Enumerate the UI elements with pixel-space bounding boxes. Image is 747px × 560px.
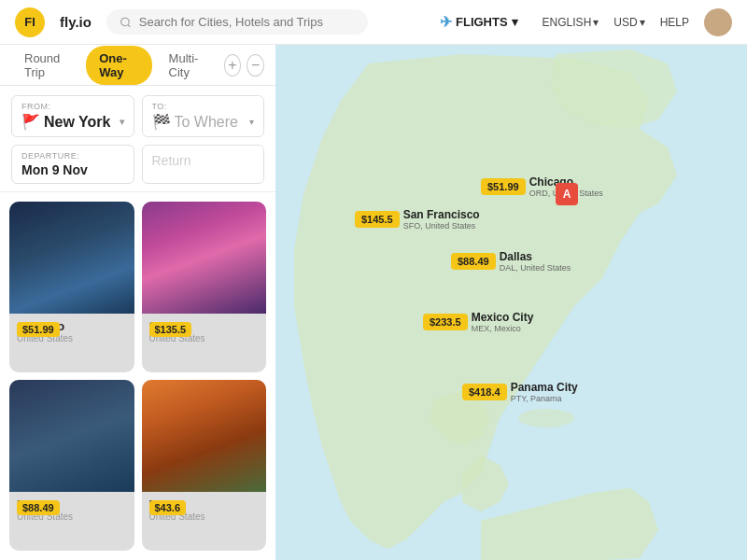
from-to-row: FROM: 🚩 New York ▾ TO: 🏁 To Where ▾ bbox=[11, 95, 264, 137]
map-pin-mexico-city[interactable]: $233.5 Mexico City MEX, Mexico bbox=[423, 311, 533, 333]
to-flag: 🏁 bbox=[152, 113, 171, 131]
map-svg bbox=[275, 45, 747, 560]
from-arrow: ▾ bbox=[120, 117, 124, 127]
avatar[interactable] bbox=[704, 8, 732, 36]
from-field[interactable]: FROM: 🚩 New York ▾ bbox=[11, 95, 134, 137]
city-image-miami bbox=[142, 380, 267, 492]
help-link[interactable]: HELP bbox=[660, 16, 689, 29]
trip-type-tabs: Round Trip One-Way Multi-City + − bbox=[0, 45, 275, 86]
city-price-chicago: $51.99 bbox=[17, 322, 60, 337]
pin-price-san-francisco: $145.5 bbox=[355, 211, 400, 228]
pin-price-chicago: $51.99 bbox=[481, 178, 526, 195]
pin-price-mexico-city: $233.5 bbox=[423, 314, 468, 330]
currency-selector[interactable]: USD▾ bbox=[613, 16, 644, 29]
map-pin-chicago[interactable]: $51.99 Chicago ORD, United States bbox=[481, 175, 603, 198]
search-bar[interactable] bbox=[106, 9, 368, 35]
pin-detail-panama-city: PTY, Panama bbox=[511, 394, 578, 403]
pin-info-dallas: Dallas DAL, United States bbox=[500, 250, 571, 273]
to-value: 🏁 To Where ▾ bbox=[152, 113, 255, 131]
pin-detail-san-francisco: SFO, United States bbox=[403, 221, 480, 231]
plane-icon: ✈ bbox=[440, 13, 452, 31]
city-card-dallas[interactable]: $88.49 Dallas United States bbox=[9, 380, 134, 551]
map-pin-san-francisco[interactable]: $145.5 San Francisco SFO, United States bbox=[355, 208, 480, 231]
city-price-seattle: $135.5 bbox=[149, 322, 192, 337]
header: FI fly.io ✈ FLIGHTS ▾ ENGLISH▾ USD▾ HELP bbox=[0, 0, 747, 45]
origin-marker: A bbox=[556, 183, 578, 205]
flights-chevron: ▾ bbox=[512, 15, 518, 29]
pin-city-dallas: Dallas bbox=[500, 250, 571, 263]
from-city: New York bbox=[44, 114, 110, 131]
map-pin-panama-city[interactable]: $418.4 Panama City PTY, Panama bbox=[462, 381, 578, 403]
tab-one-way[interactable]: One-Way bbox=[86, 46, 151, 85]
logo-text: fly.io bbox=[60, 14, 92, 30]
to-label: TO: bbox=[152, 102, 255, 111]
city-price-miami: $43.6 bbox=[149, 500, 187, 515]
city-image-seattle bbox=[142, 202, 267, 314]
city-image-dallas bbox=[9, 380, 134, 492]
pin-city-san-francisco: San Francisco bbox=[403, 208, 480, 221]
city-grid: $51.99 Chicago United States $135.5 Seat… bbox=[0, 192, 275, 560]
map-pin-dallas[interactable]: $88.49 Dallas DAL, United States bbox=[451, 250, 571, 273]
pin-info-mexico-city: Mexico City MEX, Mexico bbox=[472, 311, 534, 333]
city-card-chicago[interactable]: $51.99 Chicago United States bbox=[9, 202, 134, 372]
svg-point-1 bbox=[518, 409, 574, 427]
from-flag: 🚩 bbox=[21, 113, 40, 131]
logo-icon: FI bbox=[15, 7, 45, 37]
pin-price-dallas: $88.49 bbox=[451, 253, 496, 270]
date-row: DEPARTURE: Mon 9 Nov Return bbox=[11, 145, 264, 184]
from-label: FROM: bbox=[21, 102, 124, 111]
pin-price-panama-city: $418.4 bbox=[462, 384, 507, 400]
city-card-seattle[interactable]: $135.5 Seattle United States bbox=[142, 202, 267, 372]
search-input[interactable] bbox=[139, 15, 355, 29]
return-placeholder: Return bbox=[152, 153, 255, 168]
departure-label: DEPARTURE: bbox=[21, 151, 124, 161]
language-selector[interactable]: ENGLISH▾ bbox=[543, 16, 599, 29]
sidebar: Round Trip One-Way Multi-City + − FROM: … bbox=[0, 45, 275, 560]
pin-info-panama-city: Panama City PTY, Panama bbox=[511, 381, 578, 403]
from-value: 🚩 New York ▾ bbox=[21, 113, 124, 131]
flights-label: FLIGHTS bbox=[456, 15, 508, 29]
to-arrow: ▾ bbox=[249, 117, 254, 127]
flights-button[interactable]: ✈ FLIGHTS ▾ bbox=[430, 7, 528, 36]
pin-detail-dallas: DAL, United States bbox=[500, 263, 571, 273]
remove-trip-button[interactable]: − bbox=[247, 54, 264, 77]
pin-info-san-francisco: San Francisco SFO, United States bbox=[403, 208, 480, 231]
departure-field[interactable]: DEPARTURE: Mon 9 Nov bbox=[11, 145, 134, 184]
flight-form: FROM: 🚩 New York ▾ TO: 🏁 To Where ▾ bbox=[0, 86, 275, 192]
to-placeholder: To Where bbox=[175, 114, 238, 131]
tab-round-trip[interactable]: Round Trip bbox=[11, 46, 82, 85]
add-trip-button[interactable]: + bbox=[224, 54, 242, 77]
city-image-chicago bbox=[9, 202, 134, 314]
pin-city-mexico-city: Mexico City bbox=[472, 311, 534, 324]
tab-multi-city[interactable]: Multi-City bbox=[156, 46, 220, 85]
return-field[interactable]: Return bbox=[142, 145, 265, 184]
search-icon bbox=[120, 16, 132, 29]
city-price-dallas: $88.49 bbox=[17, 500, 60, 515]
to-field[interactable]: TO: 🏁 To Where ▾ bbox=[142, 95, 265, 137]
departure-value: Mon 9 Nov bbox=[21, 162, 124, 177]
main-layout: Round Trip One-Way Multi-City + − FROM: … bbox=[0, 45, 747, 560]
pin-city-panama-city: Panama City bbox=[511, 381, 578, 394]
header-right: ✈ FLIGHTS ▾ ENGLISH▾ USD▾ HELP bbox=[430, 7, 732, 36]
svg-point-0 bbox=[120, 18, 129, 26]
city-card-miami[interactable]: $43.6 Miami United States bbox=[142, 380, 267, 551]
map-area[interactable]: $145.5 San Francisco SFO, United States … bbox=[275, 45, 747, 560]
pin-detail-mexico-city: MEX, Mexico bbox=[472, 324, 534, 333]
